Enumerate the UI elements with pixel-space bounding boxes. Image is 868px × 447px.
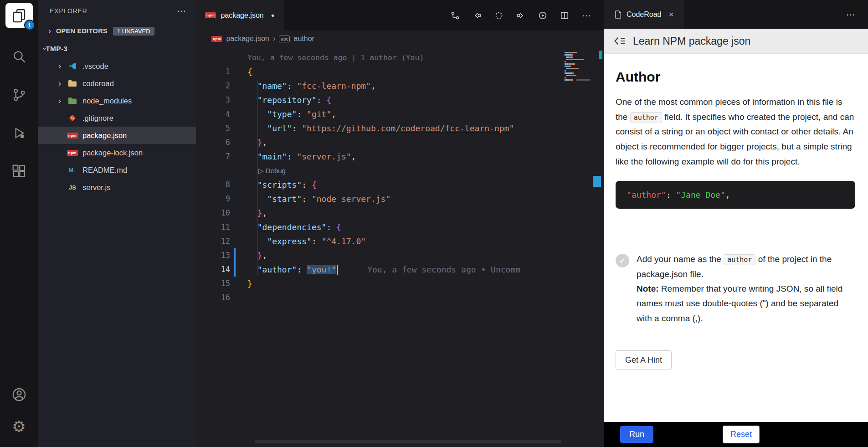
horizontal-scrollbar[interactable] [255,440,561,443]
note-label: Note: [637,284,659,293]
activity-item-explorer[interactable]: 1 [5,3,33,28]
chevron-right-icon: › [53,78,66,88]
run-button[interactable]: Run [620,426,653,443]
code-editor[interactable]: You, a few seconds ago | 1 author (You) … [196,47,604,447]
breadcrumb-file[interactable]: package.json [226,35,269,43]
explorer-badge: 1 [24,20,35,31]
vscode-window: 1 [0,0,868,447]
split-editor-icon[interactable] [560,11,569,20]
source-control-icon [12,87,26,102]
file-node_modules[interactable]: ›node_modules [38,92,196,109]
file-package-lock.json[interactable]: npmpackage-lock.json [38,144,196,161]
line-number[interactable]: 8 [196,178,230,192]
inline-code-author: author [724,254,755,265]
line-number[interactable]: 6 [196,135,230,149]
file-coderoad[interactable]: ›coderoad [38,75,196,92]
npm-file-icon: npm [211,36,222,42]
editor-toolbar: ⋯ [451,0,604,31]
divider [614,228,860,228]
code-line-15[interactable]: 15} [196,277,604,291]
code-line-1[interactable]: 1{ [196,65,604,79]
chevron-right-icon: › [43,26,56,36]
file-name: coderoad [82,79,114,88]
sidebar-more-actions-icon[interactable]: ⋯ [177,5,187,16]
next-change-icon[interactable] [516,11,525,20]
file-package.json[interactable]: npmpackage.json [38,127,196,144]
code-line-16[interactable]: 16 [196,291,604,305]
minimap-line [564,84,596,85]
vscode-file-icon [66,62,79,70]
tab-package-json[interactable]: npm package.json ● [196,0,284,31]
accounts-icon[interactable] [0,379,38,411]
tab-coderoad[interactable]: CodeRoad × [604,0,684,29]
file-.gitignore[interactable]: .gitignore [38,109,196,127]
line-number[interactable]: 9 [196,192,230,206]
line-number[interactable]: 5 [196,121,230,135]
activity-item-search[interactable] [0,37,38,76]
minimap-line [564,57,596,58]
file-README.md[interactable]: M↓README.md [38,161,196,179]
webview-file-icon [614,10,622,19]
editor-more-actions-icon[interactable]: ⋯ [582,10,592,21]
activity-item-extensions[interactable] [0,152,38,190]
line-number[interactable]: 4 [196,107,230,121]
chevron-down-icon: › [41,47,49,50]
line-number[interactable]: 1 [196,65,230,79]
task-item: ✓ Add your name as the author of the pro… [616,252,855,325]
panel-more-actions-icon[interactable]: ⋯ [846,9,868,20]
back-to-menu-icon[interactable] [614,36,627,46]
dashed-circle-icon[interactable] [494,11,503,20]
minimap-line [564,82,596,83]
breadcrumb-symbol[interactable]: author [293,35,314,43]
get-hint-button[interactable]: Get A Hint [616,350,672,370]
close-icon[interactable]: × [669,10,674,20]
file-name: .gitignore [82,114,113,123]
overview-ruler-mark [593,176,601,187]
file-.vscode[interactable]: ›.vscode [38,57,196,75]
line-number[interactable]: 2 [196,79,230,93]
file-name: node_modules [82,97,132,105]
blame-header: You, a few seconds ago | 1 author (You) [236,51,424,65]
minimap-line [564,52,596,53]
task-text: Add your name as the author of the proje… [637,252,855,325]
file-name: README.md [82,166,127,175]
line-number[interactable]: 12 [196,234,230,248]
symbol-string-icon: abc [279,36,290,42]
line-number[interactable]: 15 [196,277,230,291]
line-number[interactable]: 16 [196,291,230,305]
dirty-indicator-icon[interactable]: ● [271,12,275,19]
line-number[interactable]: 3 [196,93,230,107]
sidebar-title: EXPLORER [50,7,87,15]
workspace-root-label: TMP-3 [46,45,67,53]
editor-tab-bar: npm package.json ● [196,0,604,31]
minimap[interactable] [564,48,596,86]
reset-button[interactable]: Reset [723,426,760,443]
tutorial-header: Learn NPM package json [604,29,868,54]
panel-footer: Run Reset [604,422,868,447]
tab-title: package.json [221,11,263,20]
panel-tab-bar: CodeRoad × ⋯ [604,0,868,29]
line-number[interactable]: 13 [196,248,230,262]
line-number[interactable]: 10 [196,206,230,220]
run-code-icon[interactable] [538,11,547,20]
settings-gear-icon[interactable]: ⚙ [0,411,38,442]
line-number[interactable]: 14 [196,262,230,277]
activity-item-run-debug[interactable] [0,114,38,152]
line-number[interactable]: 7 [196,149,230,164]
explorer-sidebar: EXPLORER ⋯ › OPEN EDITORS 1 UNSAVED › TM… [38,0,196,447]
breadcrumb: npm package.json › abc author [196,31,604,47]
tutorial-title: Learn NPM package json [633,35,750,47]
previous-change-icon[interactable] [473,11,482,20]
workspace-root[interactable]: › TMP-3 [38,40,196,57]
minimap-line [564,68,596,69]
activity-bar: 1 [0,0,38,447]
minimap-line [564,59,596,60]
search-icon [12,49,26,64]
file-server.js[interactable]: JSserver.js [38,179,196,196]
blame-header-row: You, a few seconds ago | 1 author (You) [196,51,604,65]
activity-item-source-control[interactable] [0,76,38,114]
git-compare-icon[interactable] [451,11,460,20]
line-number[interactable]: 11 [196,220,230,234]
open-editors-section[interactable]: › OPEN EDITORS 1 UNSAVED [38,22,196,40]
file-name: package-lock.json [82,149,143,157]
